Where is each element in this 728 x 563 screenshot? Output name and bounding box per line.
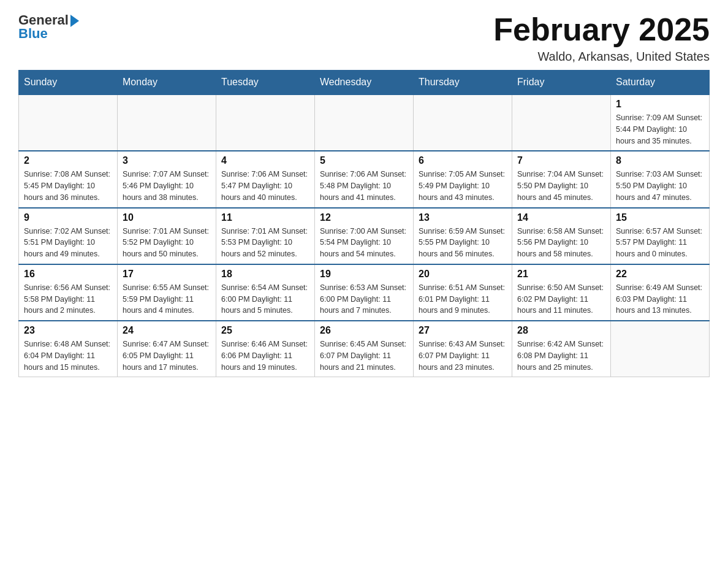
day-number: 28 [517,325,605,336]
week-row-3: 9Sunrise: 7:02 AM Sunset: 5:51 PM Daylig… [19,208,710,264]
day-info: Sunrise: 6:55 AM Sunset: 5:59 PM Dayligh… [123,282,211,316]
calendar-cell: 16Sunrise: 6:56 AM Sunset: 5:58 PM Dayli… [19,264,118,321]
month-year-title: February 2025 [493,12,710,47]
day-info: Sunrise: 7:07 AM Sunset: 5:46 PM Dayligh… [123,169,211,203]
day-header-saturday: Saturday [611,71,710,95]
day-info: Sunrise: 6:43 AM Sunset: 6:07 PM Dayligh… [419,339,507,373]
calendar-cell: 14Sunrise: 6:58 AM Sunset: 5:56 PM Dayli… [512,208,611,264]
day-number: 24 [123,325,211,336]
calendar-cell [512,94,611,151]
calendar-cell [414,94,512,151]
day-info: Sunrise: 6:59 AM Sunset: 5:55 PM Dayligh… [419,226,507,260]
day-info: Sunrise: 7:03 AM Sunset: 5:50 PM Dayligh… [616,169,704,203]
day-info: Sunrise: 7:01 AM Sunset: 5:53 PM Dayligh… [221,226,309,260]
day-header-friday: Friday [512,71,611,95]
day-number: 17 [123,269,211,280]
day-info: Sunrise: 6:45 AM Sunset: 6:07 PM Dayligh… [320,339,408,373]
day-info: Sunrise: 7:06 AM Sunset: 5:48 PM Dayligh… [320,169,408,203]
logo-arrow-icon [70,15,79,27]
week-row-2: 2Sunrise: 7:08 AM Sunset: 5:45 PM Daylig… [19,151,710,207]
day-number: 2 [24,155,112,166]
page-header: General Blue February 2025 Waldo, Arkans… [18,12,710,64]
day-info: Sunrise: 6:42 AM Sunset: 6:08 PM Dayligh… [517,339,605,373]
day-header-sunday: Sunday [19,71,118,95]
day-number: 19 [320,269,408,280]
day-info: Sunrise: 7:08 AM Sunset: 5:45 PM Dayligh… [24,169,112,203]
day-header-monday: Monday [118,71,216,95]
day-number: 1 [616,99,704,110]
calendar-cell: 24Sunrise: 6:47 AM Sunset: 6:05 PM Dayli… [118,321,216,377]
day-info: Sunrise: 6:58 AM Sunset: 5:56 PM Dayligh… [517,226,605,260]
calendar-cell: 15Sunrise: 6:57 AM Sunset: 5:57 PM Dayli… [611,208,710,264]
day-info: Sunrise: 6:56 AM Sunset: 5:58 PM Dayligh… [24,282,112,316]
day-number: 27 [419,325,507,336]
week-row-4: 16Sunrise: 6:56 AM Sunset: 5:58 PM Dayli… [19,264,710,321]
day-number: 14 [517,212,605,223]
day-header-tuesday: Tuesday [216,71,315,95]
day-info: Sunrise: 6:46 AM Sunset: 6:06 PM Dayligh… [221,339,309,373]
calendar-cell [216,94,315,151]
calendar-cell: 1Sunrise: 7:09 AM Sunset: 5:44 PM Daylig… [611,94,710,151]
day-info: Sunrise: 7:01 AM Sunset: 5:52 PM Dayligh… [123,226,211,260]
day-number: 23 [24,325,112,336]
day-number: 9 [24,212,112,223]
calendar-cell: 4Sunrise: 7:06 AM Sunset: 5:47 PM Daylig… [216,151,315,207]
calendar-cell [19,94,118,151]
day-info: Sunrise: 7:00 AM Sunset: 5:54 PM Dayligh… [320,226,408,260]
day-number: 25 [221,325,309,336]
day-info: Sunrise: 7:04 AM Sunset: 5:50 PM Dayligh… [517,169,605,203]
day-number: 15 [616,212,704,223]
day-number: 22 [616,269,704,280]
location-subtitle: Waldo, Arkansas, United States [493,50,710,64]
calendar-cell: 12Sunrise: 7:00 AM Sunset: 5:54 PM Dayli… [315,208,414,264]
day-number: 21 [517,269,605,280]
calendar-cell: 25Sunrise: 6:46 AM Sunset: 6:06 PM Dayli… [216,321,315,377]
calendar-cell: 21Sunrise: 6:50 AM Sunset: 6:02 PM Dayli… [512,264,611,321]
calendar-cell: 11Sunrise: 7:01 AM Sunset: 5:53 PM Dayli… [216,208,315,264]
calendar-cell: 7Sunrise: 7:04 AM Sunset: 5:50 PM Daylig… [512,151,611,207]
calendar-cell: 3Sunrise: 7:07 AM Sunset: 5:46 PM Daylig… [118,151,216,207]
calendar-cell: 13Sunrise: 6:59 AM Sunset: 5:55 PM Dayli… [414,208,512,264]
calendar-cell: 9Sunrise: 7:02 AM Sunset: 5:51 PM Daylig… [19,208,118,264]
day-info: Sunrise: 7:02 AM Sunset: 5:51 PM Dayligh… [24,226,112,260]
calendar-cell: 23Sunrise: 6:48 AM Sunset: 6:04 PM Dayli… [19,321,118,377]
calendar-cell [315,94,414,151]
day-info: Sunrise: 6:57 AM Sunset: 5:57 PM Dayligh… [616,226,704,260]
logo-blue-text: Blue [18,26,48,42]
day-number: 4 [221,155,309,166]
day-info: Sunrise: 6:50 AM Sunset: 6:02 PM Dayligh… [517,282,605,316]
calendar-cell: 5Sunrise: 7:06 AM Sunset: 5:48 PM Daylig… [315,151,414,207]
calendar-cell: 28Sunrise: 6:42 AM Sunset: 6:08 PM Dayli… [512,321,611,377]
day-number: 7 [517,155,605,166]
day-number: 13 [419,212,507,223]
calendar-cell: 19Sunrise: 6:53 AM Sunset: 6:00 PM Dayli… [315,264,414,321]
calendar-cell [118,94,216,151]
day-number: 8 [616,155,704,166]
day-number: 10 [123,212,211,223]
day-info: Sunrise: 6:47 AM Sunset: 6:05 PM Dayligh… [123,339,211,373]
day-number: 26 [320,325,408,336]
day-info: Sunrise: 6:53 AM Sunset: 6:00 PM Dayligh… [320,282,408,316]
calendar-cell: 26Sunrise: 6:45 AM Sunset: 6:07 PM Dayli… [315,321,414,377]
calendar-cell: 10Sunrise: 7:01 AM Sunset: 5:52 PM Dayli… [118,208,216,264]
calendar-cell: 17Sunrise: 6:55 AM Sunset: 5:59 PM Dayli… [118,264,216,321]
day-number: 6 [419,155,507,166]
day-header-thursday: Thursday [414,71,512,95]
calendar-cell: 22Sunrise: 6:49 AM Sunset: 6:03 PM Dayli… [611,264,710,321]
title-section: February 2025 Waldo, Arkansas, United St… [493,12,710,64]
calendar-cell: 18Sunrise: 6:54 AM Sunset: 6:00 PM Dayli… [216,264,315,321]
calendar-cell: 20Sunrise: 6:51 AM Sunset: 6:01 PM Dayli… [414,264,512,321]
calendar-cell: 2Sunrise: 7:08 AM Sunset: 5:45 PM Daylig… [19,151,118,207]
day-info: Sunrise: 7:09 AM Sunset: 5:44 PM Dayligh… [616,112,704,147]
day-number: 11 [221,212,309,223]
week-row-1: 1Sunrise: 7:09 AM Sunset: 5:44 PM Daylig… [19,94,710,151]
day-info: Sunrise: 7:06 AM Sunset: 5:47 PM Dayligh… [221,169,309,203]
calendar-header-row: SundayMondayTuesdayWednesdayThursdayFrid… [19,71,710,95]
day-info: Sunrise: 7:05 AM Sunset: 5:49 PM Dayligh… [419,169,507,203]
calendar-cell: 6Sunrise: 7:05 AM Sunset: 5:49 PM Daylig… [414,151,512,207]
day-info: Sunrise: 6:54 AM Sunset: 6:00 PM Dayligh… [221,282,309,316]
day-header-wednesday: Wednesday [315,71,414,95]
calendar-cell: 27Sunrise: 6:43 AM Sunset: 6:07 PM Dayli… [414,321,512,377]
day-number: 16 [24,269,112,280]
day-number: 18 [221,269,309,280]
